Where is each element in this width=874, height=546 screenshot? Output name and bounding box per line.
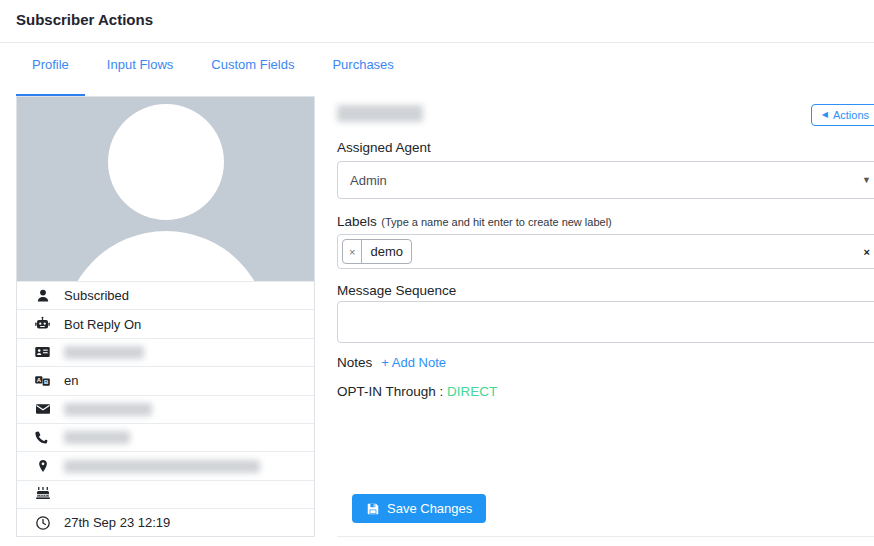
avatar-shoulders-shape <box>63 231 269 281</box>
info-row-text: 27th Sep 23 12:19 <box>64 515 170 530</box>
remove-tag-icon[interactable]: × <box>343 240 362 263</box>
subscriber-info-row <box>17 423 314 451</box>
subscriber-info-row <box>17 451 314 479</box>
person-icon <box>34 287 51 304</box>
redacted-value <box>64 346 144 359</box>
tab-profile[interactable]: Profile <box>16 57 85 96</box>
optin-label: OPT-IN Through : <box>337 384 443 399</box>
subscriber-details-panel: ◀ Actions Assigned Agent Admin ▼ Labels … <box>337 96 874 537</box>
notes-label: Notes <box>337 355 372 370</box>
label-tag-text: demo <box>362 240 411 263</box>
save-icon <box>366 502 380 516</box>
robot-icon <box>34 316 51 333</box>
subscriber-info-row <box>17 395 314 423</box>
info-row-text: Subscribed <box>64 288 129 303</box>
assigned-agent-select[interactable]: Admin ▼ <box>337 161 874 199</box>
clock-icon <box>34 514 51 531</box>
birthday-cake-icon <box>34 486 51 503</box>
labels-label: Labels <box>337 214 377 229</box>
info-row-text: en <box>64 373 78 388</box>
page-header: Subscriber Actions <box>0 0 874 43</box>
subscriber-info-row <box>17 480 314 508</box>
avatar-head-shape <box>108 104 224 220</box>
tab-custom-fields[interactable]: Custom Fields <box>195 57 310 96</box>
labels-input[interactable]: ×demo × <box>337 234 874 269</box>
page-title: Subscriber Actions <box>16 11 858 28</box>
subscriber-info-row: Bot Reply On <box>17 309 314 337</box>
actions-button[interactable]: ◀ Actions <box>811 104 874 126</box>
tab-bar: ProfileInput FlowsCustom FieldsPurchases <box>0 43 874 96</box>
redacted-value <box>64 431 130 444</box>
subscriber-content: SubscribedBot Reply OnABen27th Sep 23 12… <box>0 96 874 537</box>
svg-text:B: B <box>44 379 49 385</box>
subscriber-info-row: 27th Sep 23 12:19 <box>17 508 314 536</box>
labels-label-line: Labels (Type a name and hit enter to cre… <box>337 212 874 230</box>
subscriber-info-row <box>17 338 314 366</box>
tab-input-flows[interactable]: Input Flows <box>91 57 189 96</box>
actions-button-label: Actions <box>833 109 869 121</box>
labels-clear-icon[interactable]: × <box>864 246 870 258</box>
info-row-text: Bot Reply On <box>64 317 141 332</box>
subscriber-info-list: SubscribedBot Reply OnABen27th Sep 23 12… <box>17 281 314 537</box>
caret-left-icon: ◀ <box>822 111 828 119</box>
id-card-icon <box>34 344 51 361</box>
labels-hint: (Type a name and hit enter to create new… <box>381 216 612 228</box>
envelope-icon <box>34 401 51 418</box>
label-tag: ×demo <box>342 239 412 264</box>
redacted-value <box>64 460 260 473</box>
save-changes-button[interactable]: Save Changes <box>352 494 486 523</box>
redacted-value <box>64 403 152 416</box>
avatar <box>17 97 314 281</box>
chevron-down-icon: ▼ <box>862 175 871 185</box>
language-icon: AB <box>34 372 51 389</box>
add-note-link[interactable]: + Add Note <box>381 355 446 370</box>
subscriber-profile-card: SubscribedBot Reply OnABen27th Sep 23 12… <box>16 96 315 537</box>
tab-purchases[interactable]: Purchases <box>316 57 409 96</box>
svg-text:A: A <box>37 377 42 383</box>
notes-line: Notes + Add Note <box>337 355 874 370</box>
assigned-agent-label: Assigned Agent <box>337 140 874 155</box>
subscriber-info-row: ABen <box>17 366 314 394</box>
subscriber-name-redacted <box>337 105 423 122</box>
assigned-agent-value: Admin <box>350 173 387 188</box>
optin-line: OPT-IN Through : DIRECT <box>337 384 874 399</box>
location-pin-icon <box>34 458 51 475</box>
phone-icon <box>34 429 51 446</box>
message-sequence-input[interactable] <box>337 301 874 343</box>
save-changes-label: Save Changes <box>387 501 472 516</box>
message-sequence-label: Message Sequence <box>337 283 874 298</box>
optin-value: DIRECT <box>447 384 497 399</box>
subscriber-info-row: Subscribed <box>17 281 314 309</box>
